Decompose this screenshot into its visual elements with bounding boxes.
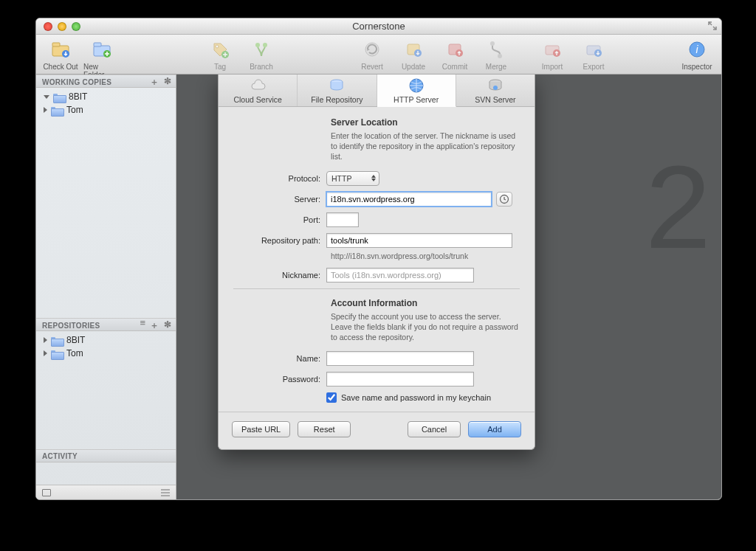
disk-icon bbox=[329, 77, 345, 94]
server-drive-icon bbox=[487, 77, 504, 94]
tab-file-repository[interactable]: File Repository bbox=[298, 74, 377, 106]
sidebar-item-label: 8BIT bbox=[66, 335, 85, 345]
tab-cloud-service[interactable]: Cloud Service bbox=[219, 74, 298, 106]
tab-label: File Repository bbox=[311, 95, 362, 104]
activity-header: ACTIVITY bbox=[36, 449, 176, 462]
paste-url-button[interactable]: Paste URL bbox=[232, 421, 290, 437]
tag-icon bbox=[208, 38, 232, 61]
commit-icon bbox=[443, 38, 467, 61]
repositories-header: REPOSITORIES ≡ ＋ ✻ bbox=[36, 318, 176, 331]
sidebar-item-8bit-wc[interactable]: 8BIT bbox=[36, 90, 176, 103]
account-info-title: Account Information bbox=[331, 298, 520, 308]
add-repository-icon[interactable]: ＋ bbox=[150, 319, 159, 332]
svg-point-26 bbox=[493, 86, 498, 90]
export-icon bbox=[582, 38, 605, 61]
svg-point-16 bbox=[498, 54, 502, 58]
sidebar-item-8bit-repo[interactable]: 8BIT bbox=[36, 333, 176, 347]
repository-settings-icon[interactable]: ✻ bbox=[164, 319, 171, 332]
checkout-icon bbox=[49, 38, 72, 61]
disclosure-right-icon[interactable] bbox=[44, 337, 47, 343]
repo-path-label: Repository path: bbox=[233, 236, 326, 245]
update-button[interactable]: Update bbox=[395, 38, 432, 71]
titlebar: Cornerstone bbox=[36, 18, 721, 35]
sheet-button-bar: Paste URL Reset Cancel Add bbox=[219, 412, 535, 449]
folder-icon bbox=[51, 105, 63, 115]
revert-label: Revert bbox=[361, 63, 382, 71]
clock-icon bbox=[499, 194, 509, 204]
repositories-title: REPOSITORIES bbox=[42, 322, 100, 330]
folder-icon bbox=[51, 336, 63, 345]
commit-button[interactable]: Commit bbox=[436, 38, 473, 71]
new-folder-button[interactable]: New Folder bbox=[83, 38, 120, 79]
svg-point-15 bbox=[490, 41, 495, 46]
merge-button[interactable]: Merge bbox=[478, 38, 515, 71]
sidebar-item-label: Tom bbox=[66, 348, 83, 358]
app-window: Cornerstone Check Out New Folder Tag bbox=[35, 18, 722, 500]
tab-label: Cloud Service bbox=[233, 95, 281, 104]
reset-button[interactable]: Reset bbox=[298, 421, 351, 437]
new-folder-icon bbox=[90, 38, 114, 61]
select-arrows-icon bbox=[371, 175, 376, 181]
add-working-copy-icon[interactable]: ＋ bbox=[150, 76, 159, 89]
working-copy-settings-icon[interactable]: ✻ bbox=[164, 76, 171, 89]
save-keychain-label: Save name and password in my keychain bbox=[341, 393, 491, 402]
branch-button[interactable]: Branch bbox=[243, 38, 280, 71]
watermark: 2 bbox=[645, 139, 711, 275]
add-repository-sheet: Cloud Service File Repository HTTP Serve… bbox=[218, 74, 535, 450]
sidebar-item-label: 8BIT bbox=[69, 91, 87, 102]
disclosure-right-icon[interactable] bbox=[44, 350, 47, 356]
url-preview: http://i18n.svn.wordpress.org/tools/trun… bbox=[331, 252, 520, 260]
merge-label: Merge bbox=[486, 63, 506, 71]
toolbar: Check Out New Folder Tag Branch Revert bbox=[36, 35, 721, 74]
server-input[interactable] bbox=[326, 192, 492, 207]
add-button[interactable]: Add bbox=[468, 421, 521, 437]
content-area: 2 Cloud Service File Repository HTTP Ser… bbox=[176, 74, 721, 499]
update-label: Update bbox=[402, 63, 425, 71]
branch-label: Branch bbox=[250, 63, 273, 71]
disclosure-right-icon[interactable] bbox=[44, 107, 47, 113]
port-input[interactable] bbox=[326, 212, 359, 227]
tab-label: HTTP Server bbox=[394, 95, 439, 104]
server-history-button[interactable] bbox=[496, 192, 512, 207]
cloud-icon bbox=[250, 77, 266, 94]
activity-pane bbox=[36, 462, 176, 485]
account-password-input[interactable] bbox=[326, 372, 474, 387]
repositories-tree: 8BIT Tom bbox=[36, 331, 176, 449]
nickname-input[interactable] bbox=[326, 268, 474, 283]
tab-label: SVN Server bbox=[475, 95, 515, 104]
fullscreen-icon[interactable] bbox=[708, 21, 717, 30]
tag-label: Tag bbox=[214, 63, 226, 71]
inspector-button[interactable]: i Inspector bbox=[678, 38, 715, 71]
disclosure-down-icon[interactable] bbox=[44, 95, 49, 99]
sidebar-item-tom-wc[interactable]: Tom bbox=[36, 103, 176, 117]
cancel-button[interactable]: Cancel bbox=[408, 421, 461, 437]
checkout-label: Check Out bbox=[43, 63, 78, 71]
statusbar-menu-icon[interactable] bbox=[161, 489, 170, 496]
sidebar-statusbar bbox=[36, 485, 176, 499]
sidebar-item-label: Tom bbox=[66, 105, 83, 115]
import-icon bbox=[540, 38, 564, 61]
folder-icon bbox=[51, 349, 63, 358]
statusbar-box-icon[interactable] bbox=[42, 489, 51, 496]
branch-icon bbox=[250, 38, 273, 61]
sidebar-item-tom-repo[interactable]: Tom bbox=[36, 347, 176, 360]
revert-button[interactable]: Revert bbox=[354, 38, 391, 71]
server-location-title: Server Location bbox=[331, 117, 520, 128]
tab-http-server[interactable]: HTTP Server bbox=[377, 74, 456, 107]
svg-point-6 bbox=[216, 45, 219, 48]
tab-svn-server[interactable]: SVN Server bbox=[456, 74, 535, 106]
tag-button[interactable]: Tag bbox=[202, 38, 238, 71]
svg-point-8 bbox=[255, 43, 260, 47]
checkout-button[interactable]: Check Out bbox=[42, 38, 79, 79]
repo-path-input[interactable] bbox=[326, 233, 512, 248]
import-button[interactable]: Import bbox=[534, 38, 571, 71]
port-label: Port: bbox=[233, 215, 326, 224]
connection-type-tabs: Cloud Service File Repository HTTP Serve… bbox=[219, 74, 535, 107]
repositories-extra-icon[interactable]: ≡ bbox=[140, 319, 145, 332]
protocol-select[interactable]: HTTP bbox=[326, 171, 379, 186]
protocol-value: HTTP bbox=[331, 174, 351, 183]
save-keychain-checkbox[interactable] bbox=[326, 392, 337, 403]
account-name-input[interactable] bbox=[326, 351, 474, 366]
export-label: Export bbox=[583, 63, 605, 71]
export-button[interactable]: Export bbox=[575, 38, 612, 71]
